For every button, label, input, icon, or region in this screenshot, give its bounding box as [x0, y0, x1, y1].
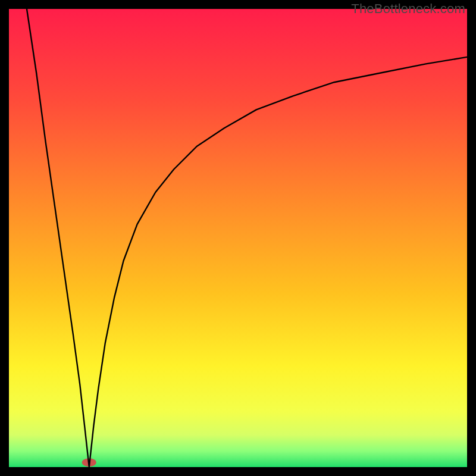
gradient-background [9, 9, 467, 467]
watermark-text: TheBottleneck.com [351, 1, 465, 17]
chart-frame [9, 9, 467, 467]
chart-svg [9, 9, 467, 467]
